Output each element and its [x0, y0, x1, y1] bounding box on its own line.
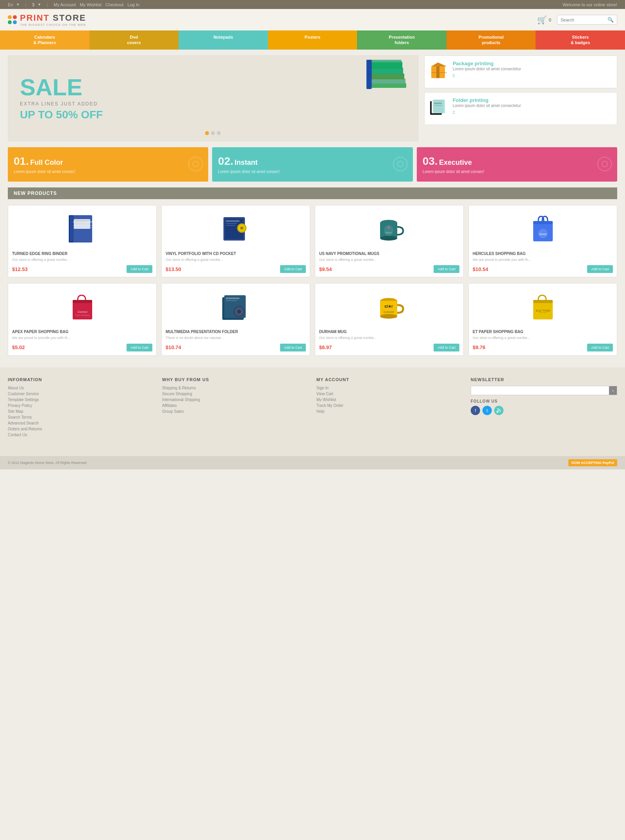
currency-selector[interactable]: $ — [32, 2, 34, 7]
footer-link-orders[interactable]: Orders and Returns — [8, 427, 154, 431]
my-wishlist-link[interactable]: My Wishlist — [80, 2, 102, 7]
product-name-3: HERCULES SHOPPING BAG — [473, 251, 613, 256]
footer-link-about[interactable]: About Us — [8, 386, 154, 390]
footer-link-shipping[interactable]: Shipping & Returns — [162, 386, 309, 390]
search-input[interactable] — [561, 18, 607, 22]
nav-item-calendars[interactable]: Calendars& Planners — [0, 30, 89, 50]
svg-point-66 — [496, 411, 498, 413]
product-desc-7: Our store is offering a great numbe... — [473, 335, 613, 341]
search-button[interactable]: 🔍 — [607, 17, 614, 23]
checkout-link[interactable]: Checkout — [105, 2, 123, 7]
feature-box-instant-watermark: ◎ — [392, 151, 409, 174]
svg-rect-14 — [433, 100, 445, 113]
svg-text:Paper Shopping: Paper Shopping — [75, 314, 89, 316]
follow-us: FOLLOW US f t — [471, 399, 617, 415]
footer-link-intl[interactable]: International Shipping — [162, 398, 309, 402]
svg-text:★: ★ — [387, 226, 391, 230]
add-to-cart-3[interactable]: Add to Cart — [587, 265, 613, 273]
cart-icon[interactable]: 🛒 0 — [537, 15, 551, 25]
bag-red-svg: Garatua Paper Shopping — [67, 291, 98, 323]
footer-link-customer[interactable]: Customer Service — [8, 392, 154, 396]
footer-link-affiliates[interactable]: Affiliates — [162, 403, 309, 408]
footer-link-group[interactable]: Group Sales — [162, 409, 309, 414]
footer-link-wishlist[interactable]: My Wishlist — [316, 398, 463, 402]
add-to-cart-1[interactable]: Add to Cart — [280, 265, 306, 273]
svg-rect-22 — [70, 216, 73, 241]
footer-link-track[interactable]: Track My Order — [316, 403, 463, 408]
product-image-3: Dove — [473, 209, 613, 248]
product-price-2: $9.54 — [319, 266, 332, 272]
nav-item-promotional[interactable]: Promotionalproducts — [446, 30, 536, 50]
product-footer-7: $9.76 Add to Cart — [473, 344, 613, 351]
footer-link-contact[interactable]: Contact Us — [8, 433, 154, 437]
svg-rect-47 — [73, 300, 92, 303]
promo-card-package-link[interactable]: » — [453, 73, 455, 77]
header: PRINT STORE THE BIGGEST CHOICE ON THE WE… — [0, 9, 625, 30]
newsletter-input[interactable] — [471, 386, 609, 395]
my-account-link[interactable]: My Account — [54, 2, 76, 7]
add-to-cart-7[interactable]: Add to Cart — [587, 344, 613, 351]
svg-point-38 — [380, 236, 397, 241]
social-twitter[interactable]: t — [482, 406, 492, 415]
footer-link-secure[interactable]: Secure Shopping — [162, 392, 309, 396]
login-link[interactable]: Log In — [127, 2, 139, 7]
footer-link-template[interactable]: Template Settings — [8, 398, 154, 402]
hero-dot-2[interactable] — [211, 131, 215, 135]
logo-store: STORE — [50, 13, 86, 23]
hero-dot-3[interactable] — [217, 131, 221, 135]
feature-box-instant-title: Instant — [235, 159, 258, 166]
product-card-6: st★r DURHAM DURHAM MUG Our store is offe… — [315, 283, 464, 356]
product-name-5: MULTIMEDIA PRESENTATION FOLDER — [166, 330, 306, 334]
feature-box-executive-desc: Lorem ipsum dolor sit amet consec! — [423, 169, 611, 174]
nav-item-posters[interactable]: Posters — [268, 30, 357, 50]
footer-link-viewcart[interactable]: View Cart — [316, 392, 463, 396]
folder-icon — [429, 97, 449, 117]
footer-link-help[interactable]: Help — [316, 409, 463, 414]
lang-selector[interactable]: En — [8, 2, 13, 7]
promo-card-folder-link[interactable]: » — [453, 109, 455, 114]
svg-rect-33 — [226, 220, 239, 222]
hero-banner: SALE EXTRA LINES JUST ADDED UP TO 50% OF… — [8, 55, 418, 141]
footer-link-privacy[interactable]: Privacy Policy — [8, 403, 154, 408]
add-to-cart-5[interactable]: Add to Cart — [280, 344, 306, 351]
product-footer-6: $8.97 Add to Cart — [319, 344, 459, 351]
hero-section: SALE EXTRA LINES JUST ADDED UP TO 50% OF… — [8, 55, 617, 141]
social-rss[interactable] — [494, 406, 504, 415]
add-to-cart-0[interactable]: Add to Cart — [127, 265, 152, 273]
logo[interactable]: PRINT STORE THE BIGGEST CHOICE ON THE WE… — [8, 13, 86, 27]
footer-newsletter-title: NEWSLETTER — [471, 377, 617, 382]
product-footer-3: $10.54 Add to Cart — [473, 265, 613, 273]
hero-right: Package printing Lorem ipsum dolor sit a… — [424, 55, 617, 141]
footer-link-signin[interactable]: Sign In — [316, 386, 463, 390]
social-facebook[interactable]: f — [471, 406, 480, 415]
nav-item-stickers[interactable]: Stickers& badges — [536, 30, 625, 50]
nav-item-dvd[interactable]: Dvdcovers — [89, 30, 179, 50]
nav-item-notepads[interactable]: Notepads — [179, 30, 268, 50]
logo-text: PRINT STORE THE BIGGEST CHOICE ON THE WE… — [20, 13, 86, 27]
feature-box-instant-header: 02. Instant — [218, 155, 407, 168]
svg-text:NAVY: NAVY — [386, 232, 392, 234]
product-name-7: ET PAPER SHOPPING BAG — [473, 330, 613, 334]
logo-dot-green — [8, 20, 12, 24]
folder-image — [429, 97, 449, 120]
feature-box-instant-desc: Lorem ipsum dolor sit amet consec! — [218, 169, 407, 174]
add-to-cart-6[interactable]: Add to Cart — [434, 344, 459, 351]
logo-dot-orange — [8, 15, 12, 19]
hero-subtitle: EXTRA LINES JUST ADDED — [20, 101, 103, 107]
feature-box-executive-title: Executive — [439, 159, 472, 166]
feature-box-fullcolor-num: 01. — [14, 155, 29, 167]
footer-link-advanced[interactable]: Advanced Search — [8, 421, 154, 425]
add-to-cart-2[interactable]: Add to Cart — [434, 265, 459, 273]
nav-item-presentation[interactable]: Presentationfolders — [357, 30, 446, 50]
promo-card-folder-desc: Lorem ipsum dolor sit amet consectetur — [453, 103, 521, 109]
hero-dot-1[interactable] — [205, 131, 209, 135]
product-footer-4: $5.02 Add to Cart — [12, 344, 152, 351]
newsletter-submit[interactable]: › — [609, 386, 617, 395]
product-card-3: Dove HERCULES SHOPPING BAG We are proud … — [468, 205, 617, 278]
product-image-4: Garatua Paper Shopping — [12, 287, 152, 326]
product-image-0 — [12, 209, 152, 248]
footer-link-search[interactable]: Search Terms — [8, 415, 154, 419]
footer-link-sitemap[interactable]: Site Map — [8, 409, 154, 414]
svg-point-32 — [240, 226, 243, 230]
add-to-cart-4[interactable]: Add to Cart — [127, 344, 152, 351]
